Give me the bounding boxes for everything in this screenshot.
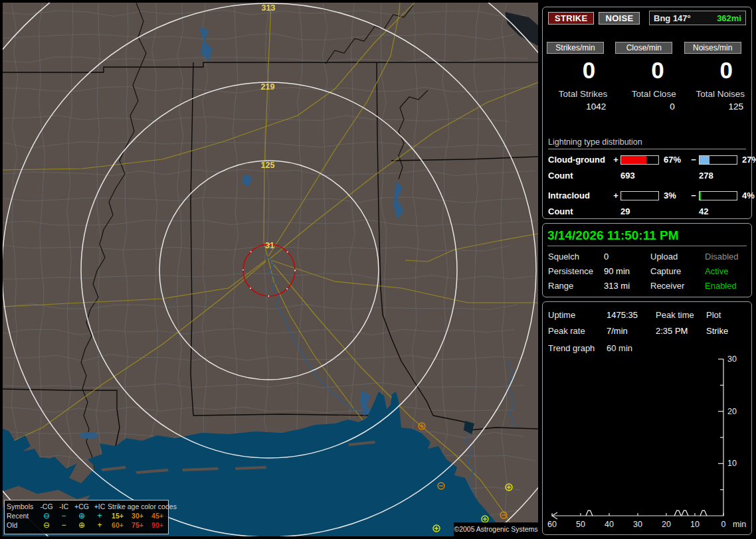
minus-sign: − [688,191,699,200]
uptime-grid: Uptime 1475:35 Peak time Plot Peak rate … [548,310,753,336]
capture-status: Active [705,266,754,276]
noises-per-min-button[interactable]: Noises/min [684,42,741,54]
minus-sign: − [688,155,699,165]
age-90: 90+ [147,520,167,530]
trend-graph-row: Trend graph 60 min [548,343,656,353]
close-per-min-button[interactable]: Close/min [615,42,672,54]
legend-age-header: Strike age color codes [108,502,167,511]
legend-col-neg-ic: -IC [56,502,72,511]
ic-plus-pct: 3% [660,191,688,200]
status-panel: 3/14/2026 11:50:11 PM Squelch 0 Upload D… [542,223,752,297]
status-grid: Squelch 0 Upload Disabled Persistence 90… [548,252,754,291]
plot-mode-value: Strike [706,326,753,336]
total-noises-label: Total Noises [684,89,747,99]
svg-text:60: 60 [547,520,557,529]
circle-minus-icon: ⊖ [37,520,56,530]
age-45: 45+ [147,511,167,520]
svg-text:20: 20 [662,520,671,529]
noises-counter: Noises/min 0 Total Noises 125 [684,42,747,112]
circle-plus-icon: ⊕ [72,511,92,520]
minus-icon: − [56,520,72,530]
intracloud-count-row: Count 29 42 [548,206,749,216]
copyright-text: ©2005 Astrogenic Systems [454,522,538,536]
cg-plus-count: 693 [620,171,660,181]
svg-text:20: 20 [727,407,737,416]
range-value: 313 mi [604,281,650,291]
total-strikes-label: Total Strikes [547,89,610,99]
peak-time-label: Peak time [656,310,706,320]
uptime-value: 1475:35 [607,310,656,320]
plus-icon: + [92,520,108,530]
total-close-label: Total Close [615,89,678,99]
lake-pontchartrain [19,457,61,477]
ring-label-125: 125 [261,161,275,170]
persistence-label: Persistence [548,266,604,276]
legend-col-neg-cg: -CG [37,502,56,511]
trend-graph: 1020306050403020100min [543,352,751,534]
persistence-value: 90 min [604,266,650,276]
svg-text:min: min [733,520,746,529]
count-label: Count [548,206,611,216]
bearing-display: Bng 147° 362mi [649,11,746,25]
ic-plus-bar [620,191,659,200]
svg-text:30: 30 [727,354,737,364]
plus-sign: + [611,155,620,165]
close-counter: Close/min 0 Total Close 0 [615,42,678,112]
ic-plus-count: 29 [620,206,660,216]
age-15: 15+ [108,511,128,520]
squelch-value: 0 [604,252,650,262]
lightning-map[interactable]: 31 125 219 313 Symbols -CG -IC +CG +IC S… [3,3,538,536]
cloud-ground-label: Cloud-ground [548,155,611,165]
total-noises-value: 125 [684,102,747,112]
circle-minus-icon: ⊖ [37,511,56,520]
plot-label: Plot [706,310,753,320]
bearing-label: Bng 147° [654,13,691,23]
uptime-label: Uptime [548,310,607,320]
age-30: 30+ [128,511,147,520]
legend-row-old-label: Old [7,520,37,530]
plus-sign: + [611,191,620,200]
ic-minus-count: 42 [699,206,739,216]
cg-plus-pct: 67% [660,155,688,165]
minus-icon: − [56,511,72,520]
ic-minus-pct: 4% [739,191,755,200]
legend-row-recent-label: Recent [7,511,37,520]
cloud-ground-row: Cloud-ground + 67% − 27% [548,155,749,165]
strikes-per-min-value: 0 [547,58,610,84]
close-per-min-value: 0 [615,58,678,84]
map-legend: Symbols -CG -IC +CG +IC Strike age color… [4,500,169,534]
squelch-label: Squelch [548,252,604,262]
trend-graph-window: 60 min [607,343,656,353]
plus-icon: + [92,511,108,520]
legend-symbols-header: Symbols [7,502,37,511]
count-label: Count [548,171,611,181]
peak-rate-value: 7/min [607,326,656,336]
svg-text:30: 30 [633,520,642,529]
map-canvas[interactable]: 31 125 219 313 [3,3,538,536]
cg-minus-bar [699,155,737,165]
svg-text:40: 40 [605,520,614,529]
legend-col-pos-ic: +IC [92,502,108,511]
noise-button[interactable]: NOISE [599,12,640,25]
ring-label-219: 219 [261,82,275,92]
age-75: 75+ [128,520,147,530]
datetime-display: 3/14/2026 11:50:11 PM [547,228,747,246]
trend-graph-label: Trend graph [548,343,607,353]
noises-per-min-value: 0 [684,58,747,84]
intracloud-label: Intracloud [548,191,611,200]
svg-text:50: 50 [576,520,585,529]
strikes-per-min-button[interactable]: Strikes/min [547,42,604,54]
cloud-ground-count-row: Count 693 278 [548,171,749,181]
range-label: Range [548,281,604,291]
legend-col-pos-cg: +CG [72,502,92,511]
peak-time-value: 2:35 PM [656,326,706,336]
strike-button[interactable]: STRIKE [548,12,594,25]
total-strikes-value: 1042 [547,102,610,112]
rate-counters: Strikes/min 0 Total Strikes 1042 Close/m… [547,42,747,112]
cg-minus-count: 278 [699,171,739,181]
receiver-label: Receiver [650,281,705,291]
total-close-value: 0 [615,102,678,112]
cg-minus-pct: 27% [739,155,756,165]
app-root: { "colors": { "strike_button_bg": "#6e10… [0,0,756,539]
receiver-status: Enabled [705,281,754,291]
